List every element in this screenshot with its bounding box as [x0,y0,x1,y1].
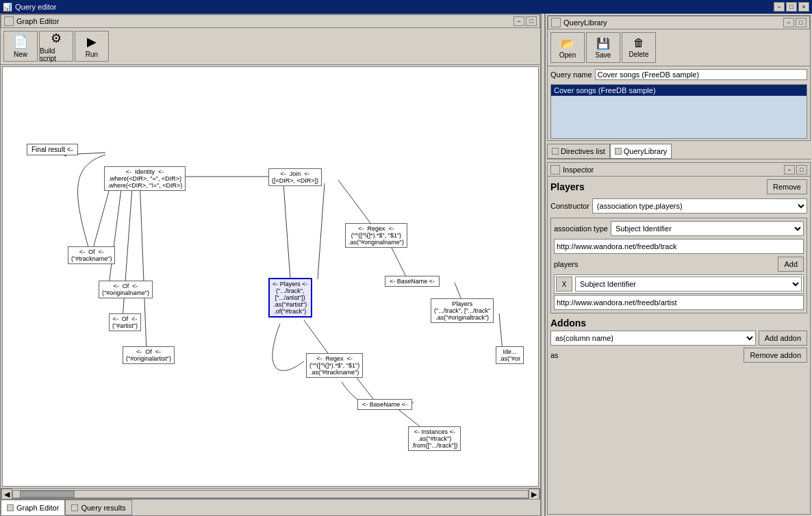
node-instances[interactable]: <- Instances <-.as("#track").from([".../… [408,426,461,451]
inspector-minimize[interactable]: − [784,165,795,175]
query-library-title-left: QueryLibrary [551,18,607,27]
maximize-btn[interactable]: □ [786,2,797,12]
ql-tab-icon [615,148,622,155]
left-panel: Graph Editor − □ 📄 New ⚙ Build script ▶ … [0,14,541,516]
graph-connections [3,67,538,486]
add-addon-button[interactable]: Add addon [759,331,807,346]
run-label: Run [86,51,98,58]
inspector-content: Players Remove Constructor (association … [548,177,810,365]
node-final-result[interactable]: Final result <- [27,144,78,155]
scroll-left-btn[interactable]: ◀ [1,489,12,500]
node-identity[interactable]: <- Identity <-.where(<DIR>, "=", <DIR>).… [104,166,186,191]
inspector-panel: Inspector − □ Players Remove Constructor [547,162,811,515]
add-button[interactable]: Add [778,257,804,272]
run-button[interactable]: ▶ Run [75,31,109,62]
node-of-4[interactable]: <- Of <-("#originalartist") [123,346,175,364]
constructor-select[interactable]: (association type,players) [592,198,807,214]
delete-button[interactable]: 🗑 Delete [622,32,656,63]
assoc-type-select[interactable]: Subject Identifier [611,221,804,236]
constructor-label: Constructor [550,202,589,210]
app-title: Query editor [15,3,57,11]
query-library-title-bar: QueryLibrary − □ [548,16,810,29]
query-name-input[interactable] [595,69,807,80]
title-bar: 📊 Query editor − □ × [0,0,812,14]
player-url-input[interactable] [554,295,804,310]
query-library-panel: QueryLibrary − □ 📂 Open 💾 Save 🗑 [547,15,811,141]
tab-graph-editor-icon [7,504,14,511]
tab-directives-list[interactable]: Directives list [547,144,610,159]
node-basename-1[interactable]: <- BaseName <- [385,276,440,287]
node-join[interactable]: <- Join <-([<DIR>, <DIR>]) [268,168,322,186]
addons-section: Addons as(column name) Add addon as Remo… [550,318,807,363]
graph-editor-minimize[interactable]: − [513,16,524,26]
ql-controls: − □ [783,18,807,27]
title-bar-controls: − □ × [774,2,809,12]
node-of-1[interactable]: <- Of <-("#trackname") [68,246,115,264]
inspector-icon [550,165,560,175]
build-button[interactable]: ⚙ Build script [39,31,73,62]
main-container: Graph Editor − □ 📄 New ⚙ Build script ▶ … [0,14,812,516]
run-icon: ▶ [87,34,97,49]
graph-canvas[interactable]: Final result <- <- Identity <-.where(<DI… [2,66,539,487]
svg-line-11 [304,320,331,358]
tab-query-results-label: Query results [81,504,125,512]
inspector-maximize[interactable]: □ [796,165,807,175]
scroll-right-btn[interactable]: ▶ [529,489,540,500]
open-label: Open [559,51,576,59]
players-label: players [554,260,578,268]
build-label: Build script [40,47,73,62]
build-icon: ⚙ [51,31,62,46]
ql-tab-label: QueryLibrary [624,147,668,155]
remove-button[interactable]: Remove [767,179,807,194]
addon-select[interactable]: as(column name) [550,331,756,346]
minimize-btn[interactable]: − [774,2,785,12]
graph-editor-title-bar: Graph Editor − □ [1,14,540,28]
node-identity-2[interactable]: Ide....as("#or [496,346,524,364]
save-label: Save [596,51,611,59]
title-bar-left: 📊 Query editor [3,3,57,12]
node-of-3[interactable]: <- Of <-("#artist") [109,313,141,331]
players-url-input[interactable] [554,239,804,254]
remove-addon-button[interactable]: Remove addon [744,348,807,363]
node-of-2[interactable]: <- Of <-("#originalname") [99,281,153,298]
save-icon: 💾 [596,37,610,50]
query-library-title: QueryLibrary [563,18,607,27]
inspector-title-left: Inspector [550,165,594,175]
svg-line-6 [283,183,290,279]
new-label: New [14,51,27,58]
graph-editor-title-left: Graph Editor [4,16,59,26]
graph-editor-maximize[interactable]: □ [526,16,537,26]
players-entry-row: X Subject Identifier [554,274,804,294]
directives-tab-bar: Directives list QueryLibrary [547,144,811,159]
tab-query-library-right[interactable]: QueryLibrary [610,144,672,159]
new-button[interactable]: 📄 New [3,31,38,62]
inspector-controls: − □ [784,165,807,175]
ql-minimize[interactable]: − [783,18,794,27]
graph-editor-toolbar: 📄 New ⚙ Build script ▶ Run [1,28,540,65]
as-label: as [550,351,564,359]
directives-icon [552,148,559,155]
query-list-item-0[interactable]: Cover songs (FreeDB sample) [551,85,807,96]
x-button[interactable]: X [556,276,572,292]
open-button[interactable]: 📂 Open [550,32,585,63]
addons-title: Addons [550,318,807,328]
scroll-thumb-h[interactable] [20,491,75,498]
node-regex-2[interactable]: <- Regex <-("^([^\(]*).*$", "$1").as("#t… [306,353,363,378]
tab-graph-editor[interactable]: Graph Editor [1,500,65,515]
inspector-section-title: Players [550,181,585,192]
save-button[interactable]: 💾 Save [586,32,620,63]
node-players-1[interactable]: <- Players <-(".../track",[".../artist"]… [268,278,312,318]
node-players-2[interactable]: Players(".../track", [".../track".as("#o… [431,298,494,323]
player-type-select[interactable]: Subject Identifier [575,276,802,292]
assoc-type-label: association type [554,224,608,233]
node-basename-2[interactable]: <- BaseName <- [357,399,412,410]
tab-graph-editor-label: Graph Editor [16,504,59,512]
tab-query-results[interactable]: Query results [65,500,131,515]
ql-maximize[interactable]: □ [796,18,807,27]
delete-icon: 🗑 [633,37,644,49]
assoc-type-row: association type Subject Identifier [554,221,804,236]
close-btn[interactable]: × [798,2,809,12]
graph-editor-controls: − □ [513,16,537,26]
horizontal-scrollbar[interactable]: ◀ ▶ [1,488,540,499]
node-regex-1[interactable]: <- Regex <-("^([^\(]*).*$", "$1").as("#o… [345,223,407,248]
